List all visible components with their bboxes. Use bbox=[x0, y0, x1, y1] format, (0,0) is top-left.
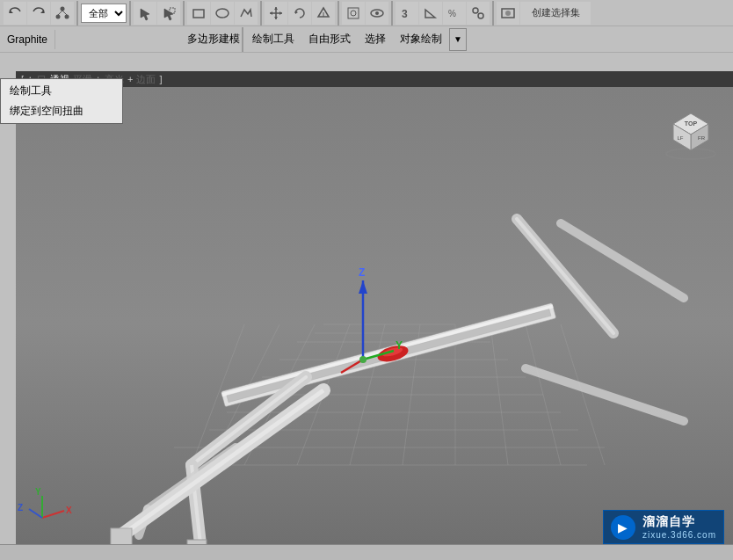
render-button[interactable] bbox=[497, 2, 519, 25]
sep3 bbox=[183, 1, 185, 25]
svg-point-4 bbox=[65, 14, 69, 18]
toolbar-top: 全部 bbox=[0, 0, 733, 26]
svg-marker-0 bbox=[10, 10, 13, 13]
svg-point-2 bbox=[61, 6, 65, 11]
sep1 bbox=[76, 1, 78, 25]
svg-text:Z: Z bbox=[359, 266, 365, 279]
svg-point-3 bbox=[56, 14, 61, 18]
svg-text:Y: Y bbox=[396, 339, 403, 352]
watermark-site-url: zixue.3d66.com bbox=[642, 530, 716, 540]
svg-marker-14 bbox=[270, 11, 272, 15]
ref-coord-button[interactable] bbox=[342, 2, 365, 25]
svg-rect-69 bbox=[111, 528, 132, 546]
sep4 bbox=[260, 1, 262, 25]
menu-select[interactable]: 选择 bbox=[358, 29, 393, 49]
svg-text:Z: Z bbox=[18, 503, 23, 513]
sep2 bbox=[129, 1, 131, 25]
graphite-item-draw[interactable]: 绘制工具 bbox=[1, 81, 122, 101]
rectangle-select-button[interactable] bbox=[187, 2, 210, 25]
watermark-text-block: 溜溜自学 zixue.3d66.com bbox=[642, 514, 716, 540]
view-button[interactable] bbox=[366, 2, 388, 25]
vp-sep4: 边面 bbox=[136, 73, 156, 86]
menubar-second: Graphite 绘制工具 绑定到空间扭曲 多边形建模 绘制工具 自由形式 选择… bbox=[0, 26, 733, 53]
viewcube[interactable]: TOP FR LF bbox=[663, 105, 715, 157]
svg-point-9 bbox=[216, 9, 229, 18]
svg-point-20 bbox=[351, 11, 356, 16]
svg-rect-8 bbox=[193, 10, 204, 18]
dropdown-arrow-icon: ▼ bbox=[454, 34, 462, 44]
rotate-button[interactable] bbox=[288, 2, 311, 25]
region-select-button[interactable] bbox=[157, 2, 180, 25]
sep5 bbox=[337, 1, 339, 25]
object-paint-dropdown-button[interactable]: ▼ bbox=[449, 28, 467, 51]
menu-draw-tools[interactable]: 绘制工具 bbox=[245, 29, 301, 49]
svg-text:3: 3 bbox=[402, 8, 408, 20]
viewport-grid: Z Y X Y Z bbox=[16, 87, 733, 560]
spinner-snap-button[interactable] bbox=[467, 2, 490, 25]
svg-rect-19 bbox=[348, 8, 359, 18]
svg-text:LF: LF bbox=[677, 135, 683, 141]
play-icon: ▶ bbox=[618, 520, 628, 535]
svg-text:%: % bbox=[448, 9, 456, 18]
svg-point-22 bbox=[375, 11, 379, 15]
menu-freeform[interactable]: 自由形式 bbox=[301, 29, 358, 49]
vp-bracket[interactable]: ] bbox=[159, 74, 162, 84]
svg-point-29 bbox=[505, 11, 511, 16]
left-panel bbox=[0, 71, 16, 559]
svg-marker-13 bbox=[274, 17, 278, 19]
selection-filter-dropdown[interactable]: 全部 bbox=[81, 4, 127, 23]
svg-text:FR: FR bbox=[698, 135, 706, 141]
snap3d-button[interactable]: 3 bbox=[396, 2, 418, 25]
undo-button[interactable] bbox=[4, 2, 26, 25]
select-object-button[interactable] bbox=[134, 2, 156, 25]
statusbar bbox=[0, 544, 733, 560]
svg-point-74 bbox=[359, 356, 366, 363]
graphite-menu-button[interactable]: Graphite bbox=[0, 30, 55, 49]
svg-line-27 bbox=[477, 12, 479, 14]
viewport-label-bar: [ + 口 透视 平滑 + 高光 + 边面 ] bbox=[16, 71, 733, 87]
hierarchy-button[interactable] bbox=[51, 2, 74, 25]
move-button[interactable] bbox=[265, 2, 287, 25]
svg-marker-15 bbox=[279, 11, 282, 15]
vp-plus4[interactable]: + bbox=[127, 74, 133, 84]
svg-rect-30 bbox=[16, 87, 733, 560]
graphite-item-bind[interactable]: 绑定到空间扭曲 bbox=[1, 101, 122, 121]
sep6 bbox=[391, 1, 393, 25]
graphite-dropdown: 绘制工具 绑定到空间扭曲 bbox=[0, 78, 123, 124]
fence-select-button[interactable] bbox=[235, 2, 258, 25]
circle-select-button[interactable] bbox=[211, 2, 234, 25]
watermark-logo: ▶ bbox=[611, 515, 635, 540]
create-selection-set-button[interactable]: 创建选择集 bbox=[520, 2, 591, 25]
scale-button[interactable] bbox=[312, 2, 335, 25]
svg-marker-16 bbox=[295, 11, 298, 14]
percent-snap-button[interactable]: % bbox=[443, 2, 466, 25]
sep-menu1 bbox=[242, 27, 243, 52]
watermark: ▶ 溜溜自学 zixue.3d66.com bbox=[603, 510, 724, 544]
svg-marker-1 bbox=[40, 10, 44, 13]
svg-line-6 bbox=[62, 11, 67, 15]
sep7 bbox=[492, 1, 494, 25]
angle-snap-button[interactable] bbox=[419, 2, 442, 25]
svg-text:Y: Y bbox=[35, 487, 41, 497]
svg-line-5 bbox=[58, 11, 62, 15]
polygonal-modeling-label[interactable]: 多边形建模 bbox=[55, 28, 240, 50]
redo-button[interactable] bbox=[27, 2, 50, 25]
svg-marker-12 bbox=[274, 7, 278, 10]
svg-text:TOP: TOP bbox=[685, 120, 698, 127]
menu-object-paint[interactable]: 对象绘制 bbox=[393, 29, 449, 49]
svg-text:X: X bbox=[66, 505, 72, 515]
3d-viewport[interactable]: Z Y X Y Z TOP bbox=[16, 87, 733, 560]
watermark-site-name: 溜溜自学 bbox=[642, 514, 716, 530]
